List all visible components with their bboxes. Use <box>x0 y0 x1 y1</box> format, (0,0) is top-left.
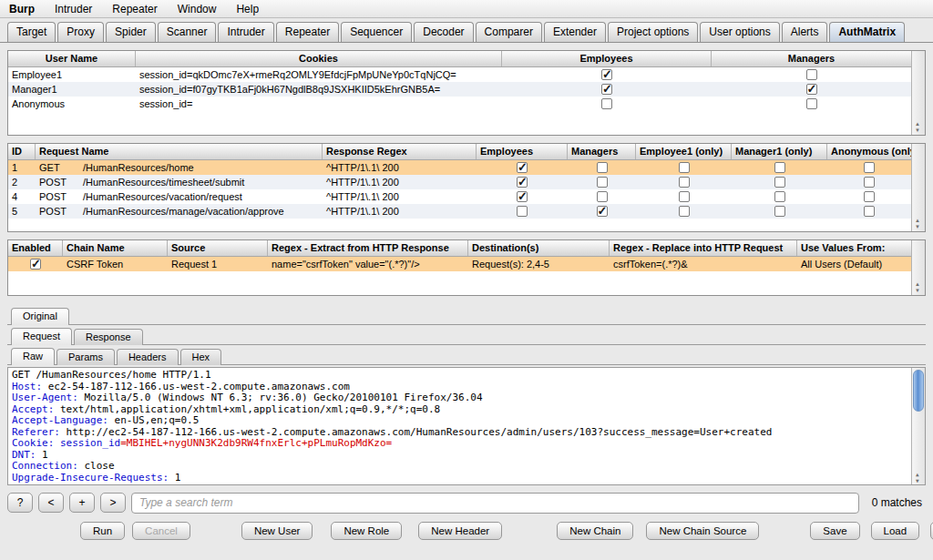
tab-alerts[interactable]: Alerts <box>782 22 828 42</box>
col-header-managers[interactable]: Managers <box>568 144 636 159</box>
checkbox-request1-employees[interactable] <box>517 162 528 173</box>
checkbox-request1-anonymous-only[interactable] <box>864 162 875 173</box>
tab-project-options[interactable]: Project options <box>608 22 698 42</box>
menu-item-repeater[interactable]: Repeater <box>112 3 157 15</box>
editor-scrollbar[interactable] <box>911 368 925 484</box>
checkbox-request4-anonymous-only[interactable] <box>864 191 875 202</box>
checkbox-chain-enabled[interactable] <box>30 259 41 270</box>
search-add-button[interactable]: + <box>69 493 95 513</box>
col-header-manager1-only[interactable]: Manager1 (only) <box>732 144 827 159</box>
checkbox-request4-employees[interactable] <box>517 191 528 202</box>
col-header-enabled[interactable]: Enabled <box>8 240 63 256</box>
tab-request[interactable]: Request <box>11 328 72 345</box>
chains-scrollbar[interactable] <box>911 240 925 295</box>
tab-authmatrix[interactable]: AuthMatrix <box>829 22 905 42</box>
editor-scrollbar-thumb[interactable] <box>913 370 924 412</box>
tab-spider[interactable]: Spider <box>106 22 156 42</box>
col-header-response-regex[interactable]: Response Regex <box>323 144 477 159</box>
checkbox-request2-anonymous-only[interactable] <box>864 177 875 188</box>
request-editor[interactable]: GET /HumanResources/home HTTP/1.1Host: e… <box>7 367 926 485</box>
new-chain-button[interactable]: New Chain <box>557 522 633 540</box>
checkbox-request1-employee1-only[interactable] <box>679 162 690 173</box>
col-header-employees[interactable]: Employees <box>502 51 712 66</box>
col-header-user-name[interactable]: User Name <box>8 51 136 66</box>
user-row-employee1[interactable]: Employee1 session_id=qkDOmc7eX+rmeRq2OML… <box>8 67 911 82</box>
col-header-chain-name[interactable]: Chain Name <box>63 240 168 256</box>
requests-scrollbar[interactable] <box>911 144 925 231</box>
checkbox-request2-employees[interactable] <box>517 177 528 188</box>
new-user-button[interactable]: New User <box>241 522 313 540</box>
tab-raw[interactable]: Raw <box>11 348 55 365</box>
menu-item-intruder[interactable]: Intruder <box>55 3 92 15</box>
checkbox-request2-managers[interactable] <box>597 177 608 188</box>
checkbox-request5-anonymous-only[interactable] <box>864 206 875 217</box>
checkbox-manager1-managers[interactable] <box>806 84 817 95</box>
tab-intruder[interactable]: Intruder <box>218 22 273 42</box>
request-row-4[interactable]: 4 POST/HumanResources/vacation/request ^… <box>8 189 911 204</box>
chain-row-csrf-token[interactable]: CSRF Token Request 1 name="csrfToken" va… <box>8 257 911 271</box>
checkbox-employee1-employees[interactable] <box>601 69 612 80</box>
checkbox-request2-employee1-only[interactable] <box>679 177 690 188</box>
user-row-manager1[interactable]: Manager1 session_id=f07gyTKB1aFj0kH67Ngd… <box>8 82 911 97</box>
checkbox-employee1-managers[interactable] <box>806 69 817 80</box>
checkbox-anonymous-employees[interactable] <box>601 98 612 109</box>
request-row-1[interactable]: 1 GET/HumanResources/home ^HTTP/1\.1\ 20… <box>8 160 911 175</box>
search-next-button[interactable]: > <box>100 493 126 513</box>
checkbox-request4-manager1-only[interactable] <box>774 191 785 202</box>
tab-decoder[interactable]: Decoder <box>414 22 473 42</box>
tab-user-options[interactable]: User options <box>700 22 779 42</box>
tab-proxy[interactable]: Proxy <box>57 22 104 42</box>
new-header-button[interactable]: New Header <box>418 522 502 540</box>
search-prev-button[interactable]: < <box>38 493 64 513</box>
tab-repeater[interactable]: Repeater <box>276 22 339 42</box>
menu-item-burp[interactable]: Burp <box>9 3 35 15</box>
col-header-employees[interactable]: Employees <box>477 144 568 159</box>
col-header-managers[interactable]: Managers <box>712 51 911 66</box>
tab-headers[interactable]: Headers <box>117 349 179 365</box>
col-header-employee1-only[interactable]: Employee1 (only) <box>636 144 732 159</box>
load-button[interactable]: Load <box>871 522 920 540</box>
users-scrollbar[interactable] <box>911 51 925 135</box>
checkbox-request5-manager1-only[interactable] <box>774 206 785 217</box>
col-header-regex-extract[interactable]: Regex - Extract from HTTP Response <box>268 240 468 256</box>
col-header-anonymous-only[interactable]: Anonymous (only) <box>827 144 911 159</box>
col-header-destinations[interactable]: Destination(s) <box>468 240 610 256</box>
col-header-cookies[interactable]: Cookies <box>136 51 502 66</box>
tab-original[interactable]: Original <box>11 308 69 325</box>
checkbox-manager1-employees[interactable] <box>601 84 612 95</box>
search-input[interactable] <box>131 493 859 514</box>
tab-extender[interactable]: Extender <box>544 22 606 42</box>
col-header-use-values-from[interactable]: Use Values From: <box>797 240 911 256</box>
checkbox-request4-managers[interactable] <box>597 191 608 202</box>
run-button[interactable]: Run <box>80 522 125 540</box>
tab-sequencer[interactable]: Sequencer <box>341 22 412 42</box>
cancel-button[interactable]: Cancel <box>132 522 190 540</box>
new-role-button[interactable]: New Role <box>331 522 402 540</box>
user-row-anonymous[interactable]: Anonymous session_id= <box>8 97 911 111</box>
menu-item-window[interactable]: Window <box>178 3 217 15</box>
menu-item-help[interactable]: Help <box>236 3 259 15</box>
col-header-request-name[interactable]: Request Name <box>36 144 323 159</box>
checkbox-request2-manager1-only[interactable] <box>774 177 785 188</box>
new-chain-source-button[interactable]: New Chain Source <box>646 522 759 540</box>
request-row-5[interactable]: 5 POST/HumanResources/manage/vacation/ap… <box>8 204 911 219</box>
col-header-source[interactable]: Source <box>168 240 268 256</box>
checkbox-anonymous-managers[interactable] <box>806 98 817 109</box>
checkbox-request4-employee1-only[interactable] <box>679 191 690 202</box>
checkbox-request5-employees[interactable] <box>517 206 528 217</box>
save-button[interactable]: Save <box>810 522 859 540</box>
tab-target[interactable]: Target <box>7 22 56 42</box>
search-help-button[interactable]: ? <box>7 493 33 513</box>
request-row-2[interactable]: 2 POST/HumanResources/timesheet/submit ^… <box>8 175 911 189</box>
tab-params[interactable]: Params <box>56 349 115 365</box>
tab-scanner[interactable]: Scanner <box>158 22 217 42</box>
tab-comparer[interactable]: Comparer <box>476 22 542 42</box>
col-header-regex-replace[interactable]: Regex - Replace into HTTP Request <box>610 240 797 256</box>
col-header-id[interactable]: ID <box>8 144 36 159</box>
tab-response[interactable]: Response <box>74 329 143 345</box>
checkbox-request1-manager1-only[interactable] <box>774 162 785 173</box>
checkbox-request1-managers[interactable] <box>597 162 608 173</box>
tab-hex[interactable]: Hex <box>180 349 222 365</box>
checkbox-request5-managers[interactable] <box>597 206 608 217</box>
checkbox-request5-employee1-only[interactable] <box>679 206 690 217</box>
